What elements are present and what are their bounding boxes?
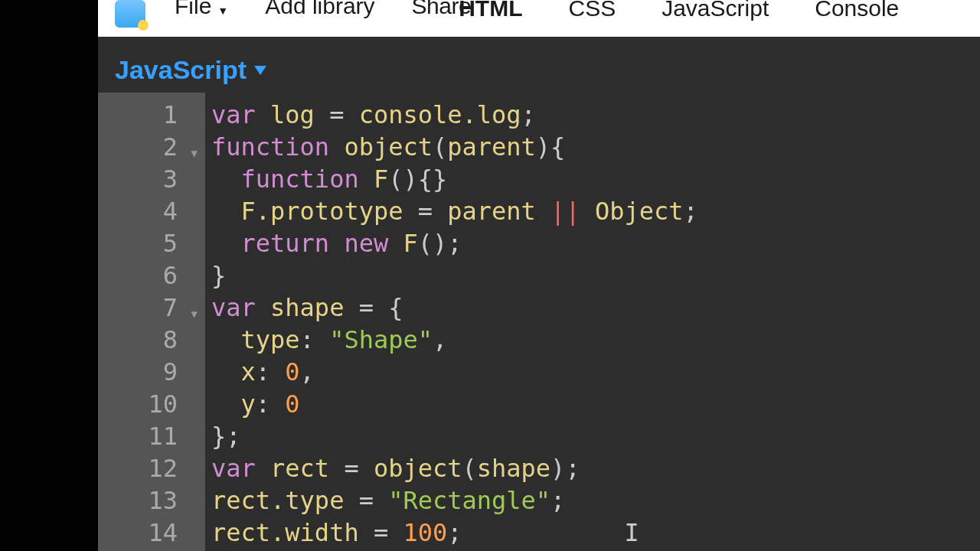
line-number: 3 xyxy=(98,163,205,195)
line-number: 11 xyxy=(98,420,205,452)
text-cursor-icon: I xyxy=(624,518,639,547)
chevron-down-icon: ▼ xyxy=(217,0,228,21)
line-number: 9 xyxy=(98,356,205,388)
chevron-down-icon xyxy=(254,66,266,75)
code-editor[interactable]: var log = console.log;function object(pa… xyxy=(205,93,980,551)
add-library-label: Add library xyxy=(265,0,374,17)
jsbin-logo-icon[interactable] xyxy=(115,0,145,28)
tab-console[interactable]: Console xyxy=(792,0,922,28)
tab-javascript[interactable]: JavaScript xyxy=(639,0,792,28)
tab-css[interactable]: CSS xyxy=(545,0,639,28)
language-selector[interactable]: JavaScript xyxy=(98,37,980,93)
line-number: 1 xyxy=(98,99,205,131)
tab-html[interactable]: HTML xyxy=(436,0,545,28)
language-label: JavaScript xyxy=(115,55,247,85)
line-number: 10 xyxy=(98,388,205,420)
line-number: 12 xyxy=(98,452,205,484)
panel-tabs: HTML CSS JavaScript Console xyxy=(436,0,922,32)
add-library-menu[interactable]: Add library xyxy=(247,0,393,23)
line-number: 8 xyxy=(98,324,205,356)
code-area: 1 2▼ 3 4 5 6 7▼ 8 9 10 11 12 13 14 var l… xyxy=(98,93,980,551)
line-number: 13 xyxy=(98,484,205,517)
top-appbar: File ▼ Add library Share HTML CSS JavaSc… xyxy=(98,0,980,37)
line-gutter: 1 2▼ 3 4 5 6 7▼ 8 9 10 11 12 13 14 xyxy=(98,93,205,551)
file-menu-label: File xyxy=(175,0,211,17)
line-number: 2▼ xyxy=(98,131,205,163)
line-number: 14 xyxy=(98,517,205,549)
file-menu[interactable]: File ▼ xyxy=(156,0,247,23)
line-number: 5 xyxy=(98,227,205,259)
editor-panel: JavaScript 1 2▼ 3 4 5 6 7▼ 8 9 10 11 12 … xyxy=(98,37,980,551)
letterbox-left xyxy=(0,0,98,551)
line-number: 6 xyxy=(98,259,205,292)
line-number: 7▼ xyxy=(98,292,205,324)
line-number: 4 xyxy=(98,195,205,227)
